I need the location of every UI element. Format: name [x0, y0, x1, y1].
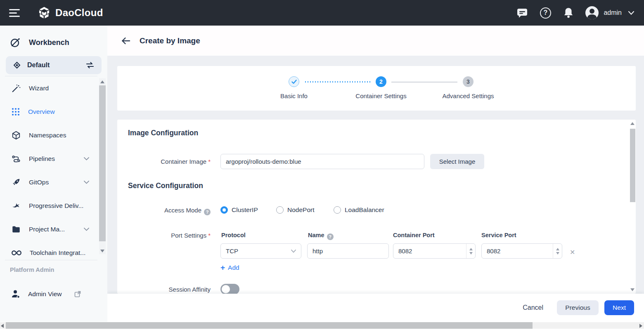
- sidebar-item-progressive-delivery[interactable]: Progressive Deliv...: [0, 194, 99, 217]
- scroll-down-arrow[interactable]: [630, 288, 635, 291]
- external-link-icon: [74, 291, 81, 297]
- add-port-button[interactable]: Add: [220, 264, 239, 271]
- user-menu-chevron-down-icon[interactable]: [628, 11, 634, 15]
- switch-workspace-icon[interactable]: [85, 61, 95, 69]
- scroll-up-arrow[interactable]: [99, 78, 106, 85]
- sidebar-item-gitops[interactable]: GitOps: [0, 170, 99, 194]
- sidebar-item-label: Admin View: [28, 290, 62, 298]
- radio-nodeport[interactable]: NodePort: [276, 206, 314, 214]
- sidebar: Workbench Default: [0, 26, 107, 322]
- help-tooltip-icon[interactable]: [204, 209, 211, 215]
- step-1-label: Basic Info: [280, 92, 308, 99]
- sidebar-item-pipelines[interactable]: Pipelines: [0, 147, 99, 170]
- sidebar-item-label: Toolchain Integrat...: [30, 249, 85, 257]
- remove-port-row-icon[interactable]: [570, 248, 575, 256]
- main-content: Create by Image 2 3 Basic Info Container…: [107, 26, 644, 322]
- scroll-down-arrow[interactable]: [99, 248, 106, 254]
- scroll-left-arrow[interactable]: [1, 324, 4, 328]
- container-image-input[interactable]: [220, 154, 424, 169]
- sidebar-scrollbar-thumb[interactable]: [99, 85, 106, 241]
- radio-unselected-icon[interactable]: [276, 206, 284, 214]
- horizontal-scrollbar-track[interactable]: [0, 322, 644, 329]
- sidebar-item-project-management[interactable]: Project Ma...: [0, 217, 99, 241]
- sidebar-item-toolchain-integration[interactable]: Toolchain Integrat...: [0, 241, 99, 264]
- radio-selected-icon[interactable]: [220, 206, 228, 214]
- sidebar-item-label: Progressive Deliv...: [29, 202, 83, 210]
- select-image-button[interactable]: Select Image: [430, 154, 484, 169]
- workspace-icon: [12, 61, 21, 70]
- step-1-done-check-icon: [289, 76, 299, 87]
- cube-icon: [12, 131, 21, 140]
- sidebar-item-label: Namespaces: [29, 132, 66, 139]
- messages-icon[interactable]: [516, 7, 528, 19]
- page-horizontal-scrollbar[interactable]: [0, 322, 644, 330]
- chevron-down-icon[interactable]: [84, 228, 89, 231]
- brand-logo[interactable]: DaoCloud: [37, 6, 103, 20]
- back-arrow-icon[interactable]: [121, 37, 130, 45]
- daocloud-logo-icon: [37, 6, 51, 20]
- radio-loadbalancer[interactable]: LoadBalancer: [334, 206, 384, 214]
- session-affinity-toggle[interactable]: [220, 284, 239, 294]
- workbench-icon: [10, 37, 21, 48]
- sidebar-item-label: Project Ma...: [29, 226, 65, 233]
- name-column-header: Name: [308, 232, 334, 240]
- form-scrollbar[interactable]: [630, 120, 636, 294]
- service-port-stepper[interactable]: [553, 244, 562, 258]
- notifications-bell-icon[interactable]: [562, 7, 575, 19]
- username: admin: [604, 9, 622, 16]
- admin-user-icon: [11, 289, 21, 299]
- brand-name: DaoCloud: [55, 7, 103, 19]
- plus-icon: [220, 264, 225, 271]
- container-port-stepper[interactable]: [466, 244, 475, 258]
- stepper: 2 3 Basic Info Container Settings Advanc…: [117, 66, 636, 111]
- workspace-selector[interactable]: Default: [6, 56, 102, 74]
- infinity-icon: [12, 250, 21, 256]
- hamburger-menu-icon[interactable]: [9, 7, 20, 19]
- page-title: Create by Image: [140, 36, 200, 45]
- next-button[interactable]: Next: [604, 300, 634, 315]
- topbar: DaoCloud admin: [0, 0, 644, 26]
- sidebar-item-wizard[interactable]: Wizard: [0, 76, 99, 100]
- chevron-down-icon[interactable]: [84, 181, 89, 184]
- scroll-up-arrow[interactable]: [630, 122, 635, 125]
- horizontal-scrollbar-thumb[interactable]: [6, 322, 533, 329]
- sidebar-item-label: GitOps: [29, 179, 49, 186]
- sidebar-scrollbar[interactable]: [99, 78, 106, 254]
- sidebar-menu: Wizard Overview: [0, 76, 99, 264]
- protocol-column-header: Protocol: [221, 232, 246, 238]
- user-avatar[interactable]: [585, 6, 599, 19]
- sidebar-item-overview[interactable]: Overview: [0, 100, 99, 123]
- service-port-input[interactable]: [481, 243, 562, 259]
- bird-icon: [12, 201, 21, 210]
- grid-dots-icon: [12, 108, 20, 116]
- protocol-select[interactable]: TCP: [220, 243, 301, 259]
- step-3-marker: 3: [463, 76, 474, 87]
- port-name-input[interactable]: [307, 243, 389, 259]
- scroll-right-arrow[interactable]: [639, 324, 642, 328]
- rocket-icon: [12, 178, 21, 187]
- session-affinity-label: Session Affinity: [117, 286, 211, 293]
- sidebar-item-admin-view[interactable]: Admin View: [0, 285, 99, 304]
- required-asterisk: *: [208, 232, 211, 239]
- pipeline-icon: [12, 154, 21, 163]
- step-connector-done: [305, 81, 370, 82]
- help-tooltip-icon[interactable]: [327, 233, 334, 240]
- radio-clusterip[interactable]: ClusterIP: [220, 206, 258, 214]
- container-port-input[interactable]: [393, 243, 476, 259]
- step-2-marker: 2: [376, 76, 386, 87]
- chevron-down-icon[interactable]: [84, 157, 89, 160]
- chevron-down-icon: [291, 250, 296, 253]
- folder-icon: [12, 225, 21, 234]
- step-connector-pending: [391, 82, 457, 82]
- access-mode-label: Access Mode: [117, 207, 211, 215]
- help-icon[interactable]: [539, 7, 552, 19]
- cancel-button[interactable]: Cancel: [523, 304, 543, 311]
- step-2-label: Container Settings: [355, 92, 406, 99]
- sidebar-item-namespaces[interactable]: Namespaces: [0, 123, 99, 147]
- radio-unselected-icon[interactable]: [334, 206, 341, 214]
- previous-button[interactable]: Previous: [557, 300, 599, 315]
- sidebar-item-label: Overview: [28, 108, 55, 116]
- form-scrollbar-thumb[interactable]: [630, 129, 635, 202]
- sidebar-item-label: Pipelines: [29, 155, 55, 163]
- workspace-name: Default: [27, 61, 50, 69]
